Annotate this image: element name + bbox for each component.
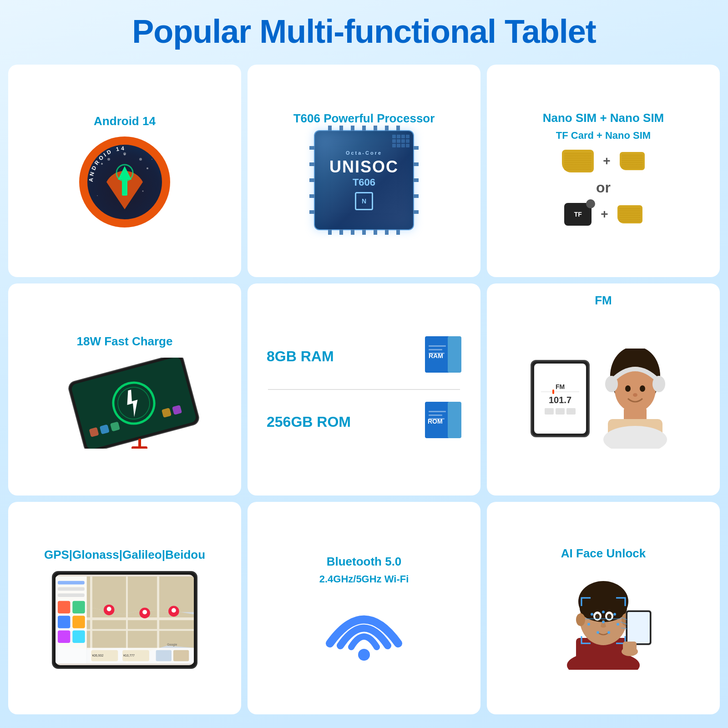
wifi-subtitle: 2.4GHz/5GHz Wi-Fi [319,573,409,585]
proc-pin [413,194,419,198]
svg-point-45 [625,385,631,392]
sim-row-2: TF + [564,203,642,226]
proc-pins-right [413,140,419,220]
gps-title: GPS|Glonass|Galileo|Beidou [44,548,205,562]
or-text: or [596,179,611,196]
sim-subtitle: TF Card + Nano SIM [556,130,651,142]
proc-model-label: T606 [353,177,375,188]
tf-card: TF [564,203,592,226]
rom-label: 256GB ROM [267,414,351,430]
proc-pin [351,126,354,131]
charge-title: 18W Fast Charge [77,334,173,349]
svg-rect-71 [72,601,85,613]
charge-svg [61,358,207,449]
proc-pin [374,126,377,131]
svg-point-46 [640,385,645,392]
svg-rect-73 [72,616,85,628]
svg-rect-30 [429,349,442,350]
fm-cell: FM FM 101.7 [487,283,720,496]
svg-rect-33 [448,402,461,438]
proc-pin [362,229,366,235]
svg-rect-74 [58,630,70,642]
fm-content: FM 101.7 [497,312,710,486]
proc-pin [328,229,332,235]
proc-pin [309,178,315,182]
gps-tablet: ¥26,932 ¥10,777 Google [52,571,197,669]
sim-cell: Nano SIM + Nano SIM TF Card + Nano SIM +… [487,65,720,277]
rom-row: 256GB ROM ROM [258,397,470,447]
proc-circuit-grid [392,135,410,147]
svg-rect-27 [448,336,461,373]
svg-point-41 [652,376,665,392]
ram-icon-svg: RAM [425,336,461,377]
face-unlock-svg [549,565,658,670]
android-ring-svg: ANDROID 14 [79,136,170,228]
charge-cell: 18W Fast Charge [8,283,241,496]
svg-text:ANDROID 14: ANDROID 14 [88,145,126,182]
fm-screen-title: FM [556,383,565,390]
bluetooth-wifi-cell: Bluetooth 5.0 2.4GHz/5GHz Wi-Fi [248,502,480,714]
svg-rect-36 [429,415,442,416]
android-ring-text: ANDROID 14 [88,145,126,182]
proc-pin [309,210,315,214]
processor-image: Octa-Core UNISOC T606 N [314,130,414,230]
page-title: Popular Multi-functional Tablet [0,0,728,58]
svg-point-103 [597,631,599,634]
proc-nfc-label: N [362,197,366,205]
proc-pin [413,146,419,150]
charge-tablet-image [61,358,188,444]
proc-pin [413,210,419,214]
ram-rom-cell: 8GB RAM RAM 256GB ROM ROM [248,283,480,496]
svg-point-92 [576,613,585,626]
sim-plus-2: + [601,207,608,222]
android-logo: ANDROID 14 [79,136,170,228]
fm-person-svg [594,349,676,449]
svg-rect-25 [131,446,147,449]
svg-rect-75 [72,630,85,642]
svg-point-102 [617,623,619,626]
gps-map-svg: ¥26,932 ¥10,777 Google [56,576,194,664]
divider [268,389,460,390]
proc-pin [413,162,419,166]
svg-point-47 [633,393,637,397]
svg-point-59 [107,607,111,611]
processor-title: T606 Powerful Processor [293,111,435,126]
svg-text:¥10,777: ¥10,777 [123,654,135,657]
proc-pins-left [309,140,315,220]
sim-card-1 [562,150,594,172]
sim-title: Nano SIM + Nano SIM [543,111,664,125]
ram-row: 8GB RAM RAM [258,332,470,382]
svg-rect-29 [429,345,446,347]
proc-nfc-icon: N [355,192,373,210]
rom-icon-svg: ROM [425,402,461,443]
svg-point-101 [587,623,590,626]
svg-rect-81 [156,650,172,661]
svg-point-65 [172,608,176,612]
android-cell: Android 14 [8,65,241,277]
svg-rect-72 [58,616,70,628]
svg-point-91 [580,595,627,622]
proc-octa-label: Octa-Core [346,150,382,156]
proc-pin [339,229,343,235]
svg-point-105 [602,621,605,623]
gps-screen: ¥26,932 ¥10,777 Google [56,575,194,665]
ram-label: 8GB RAM [267,348,334,365]
proc-pin [328,126,332,131]
fm-title: FM [595,293,612,308]
svg-rect-110 [623,642,637,654]
svg-rect-67 [58,581,85,584]
android-title: Android 14 [94,114,156,128]
gps-cell: GPS|Glonass|Galileo|Beidou [8,502,241,714]
proc-pin [351,229,354,235]
svg-rect-31 [429,353,445,354]
face-unlock-cell: AI Face Unlock [487,502,720,714]
proc-pin [396,126,400,131]
wifi-svg [323,593,405,662]
proc-pin [309,162,315,166]
proc-pin [309,146,315,150]
svg-rect-82 [173,650,189,661]
svg-point-98 [591,613,593,616]
svg-rect-35 [429,411,446,412]
svg-point-99 [602,611,605,613]
svg-rect-108 [627,612,650,643]
